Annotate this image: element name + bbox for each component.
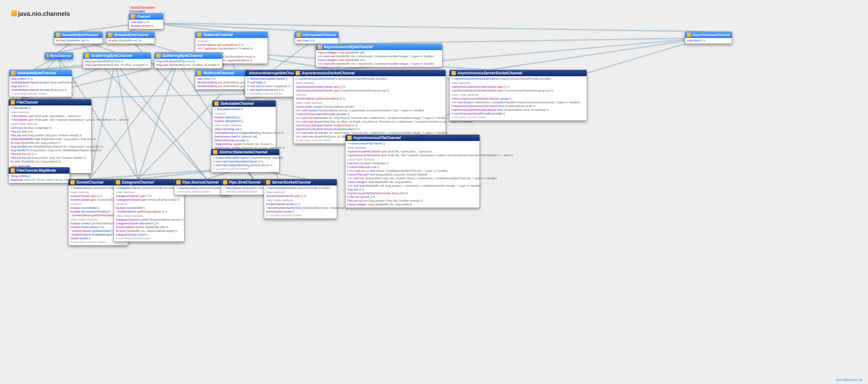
interface-icon xyxy=(131,14,135,19)
class-serversocketchannel[interactable]: ServerSocketChannel # ServerSocketChanne… xyxy=(264,179,337,219)
class-asynchronousserversocketchannel[interactable]: AsynchronousServerSocketChannel # Asynch… xyxy=(449,70,587,121)
class-selectablechannel[interactable]: SelectableChannel # SelectableChannel ()… xyxy=(212,100,276,155)
class-gatheringbytechannel[interactable]: GatheringByteChannel long write (ByteBuf… xyxy=(154,52,222,68)
class-body: # AbstractSelectableChannel (SelectorPro… xyxy=(211,155,279,172)
class-icon xyxy=(213,150,217,154)
class-interruptiblechannel[interactable]: InterruptibleChannel void close () % xyxy=(294,31,339,44)
class-bytechannel[interactable]: ByteChannel xyxy=(44,52,73,59)
interface-icon xyxy=(197,33,202,37)
class-filechannel[interactable]: FileChannel # FileChannel () Static Meth… xyxy=(8,99,92,173)
interface-icon xyxy=(108,33,113,37)
class-body: # AsynchronousSocketChannel (Asynchronou… xyxy=(294,76,445,143)
class-body: void close () % MembershipKey join (Inet… xyxy=(195,76,250,89)
package-icon xyxy=(11,10,17,16)
class-abstractselectablechannel[interactable]: AbstractSelectableChannel # AbstractSele… xyxy=(211,149,279,172)
class-title: AsynchronousSocketChannel xyxy=(302,71,355,75)
class-icon xyxy=(214,101,219,106)
class-title: AsynchronousByteChannel xyxy=(324,45,373,49)
class-title: Channel xyxy=(137,14,150,19)
class-title: SeekableByteChannel xyxy=(17,71,56,75)
class-abstractinterruptiblechannel[interactable]: AbstractInterruptibleChannel # AbstractI… xyxy=(245,70,302,97)
class-title: InterruptibleChannel xyxy=(303,33,336,37)
class-title: ByteChannel xyxy=(50,54,71,58)
class-body: int read (ByteBuffer dst) % xyxy=(54,38,102,43)
class-icon xyxy=(223,180,227,184)
class-icon xyxy=(176,180,181,184)
class-asynchronouschannel[interactable]: AsynchronousChannel void close () % xyxy=(685,31,732,44)
class-icon xyxy=(10,100,15,105)
class-writablebytechannel[interactable]: WritableByteChannel int write (ByteBuffe… xyxy=(106,31,155,44)
svg-line-3 xyxy=(145,23,316,31)
class-title: WritableByteChannel xyxy=(114,33,148,37)
class-title: SelectableChannel xyxy=(220,101,254,106)
class-body: # SelectableChannel () Accessor boolean … xyxy=(213,107,276,155)
class-icon xyxy=(266,180,271,184)
package-title: java.nio.channels xyxy=(18,10,70,18)
class-icon xyxy=(347,136,352,140)
class-body: Future<Integer> read (ByteBuffer dst) <A… xyxy=(316,50,442,67)
class-datagramchannel[interactable]: DatagramChannel # DatagramChannel (Selec… xyxy=(114,179,184,242)
interface-icon xyxy=(47,54,49,58)
class-channel[interactable]: Channel void close () % boolean isOpen (… xyxy=(129,13,163,29)
class-body: void close () % xyxy=(685,38,732,43)
class-title: SocketChannel xyxy=(76,180,103,184)
class-title: AsynchronousServerSocketChannel xyxy=(457,71,522,75)
class-title: Pipe.SourceChannel xyxy=(182,180,219,184)
class-icon xyxy=(452,71,456,75)
interface-icon xyxy=(297,33,301,37)
class-body: # FileChannel () Static Methods ! FileCh… xyxy=(9,105,91,173)
interface-icon xyxy=(156,54,161,58)
class-icon xyxy=(116,180,120,184)
svg-line-39 xyxy=(138,62,178,179)
class-title: ReadableByteChannel xyxy=(62,33,98,37)
diagram-canvas: java.nio.channels ! AutoCloseable Closea… xyxy=(0,0,868,384)
class-title: AbstractInterruptibleChannel xyxy=(249,71,300,75)
class-body: # AbstractInterruptibleChannel () #f voi… xyxy=(245,76,301,97)
class-scatteringbytechannel[interactable]: ScatteringByteChannel long read (ByteBuf… xyxy=(83,52,151,68)
svg-line-4 xyxy=(145,23,704,31)
class-body: # AsynchronousFileChannel () Static Meth… xyxy=(345,141,479,208)
class-asynchronousbytechannel[interactable]: AsynchronousByteChannel Future<Integer> … xyxy=(316,43,442,67)
class-title: AsynchronousFileChannel xyxy=(353,136,401,140)
class-title: NetworkChannel xyxy=(203,33,233,37)
class-title: AbstractSelectableChannel xyxy=(219,150,267,154)
class-title: FileChannel.MapMode xyxy=(17,168,56,173)
class-readablebytechannel[interactable]: ReadableByteChannel int read (ByteBuffer… xyxy=(54,31,103,44)
class-title: AsynchronousChannel xyxy=(692,33,730,37)
interface-icon xyxy=(56,33,60,37)
class-body: void close () % boolean isOpen () xyxy=(129,20,163,29)
class-icon xyxy=(70,180,75,184)
interface-icon xyxy=(85,54,89,58)
svg-line-19 xyxy=(489,38,704,70)
class-title: Pipe.SinkChannel xyxy=(229,180,260,184)
svg-line-17 xyxy=(341,38,704,43)
interface-icon xyxy=(318,45,322,49)
class-icon xyxy=(10,168,15,173)
class-title: MulticastChannel xyxy=(203,71,234,75)
class-body: void close () % xyxy=(295,38,338,43)
interface-icon xyxy=(197,71,202,75)
class-asynchronousfilechannel[interactable]: AsynchronousFileChannel # AsynchronousFi… xyxy=(345,134,480,208)
class-multicastchannel[interactable]: MulticastChannel void close () % Members… xyxy=(195,70,250,90)
class-asynchronoussocketchannel[interactable]: AsynchronousSocketChannel # Asynchronous… xyxy=(293,70,446,144)
class-title: ServerSocketChannel xyxy=(272,180,311,184)
interface-icon xyxy=(687,33,691,37)
class-title: FileChannel xyxy=(17,100,38,105)
interface-icon xyxy=(11,71,16,75)
class-body: # ServerSocketChannel (SelectorProvider … xyxy=(264,185,337,218)
class-title: DatagramChannel xyxy=(122,180,154,184)
svg-line-28 xyxy=(138,93,222,179)
class-title: GatheringByteChannel xyxy=(162,54,203,58)
class-body: long read (ByteBuffer[] srcs) % long rea… xyxy=(83,59,151,68)
class-body: # DatagramChannel (SelectorProvider prov… xyxy=(114,185,184,242)
class-icon xyxy=(296,71,300,75)
root-supertype-2: Closeable xyxy=(129,9,145,13)
class-body: # AsynchronousServerSocketChannel (Async… xyxy=(450,76,587,120)
class-title: ScatteringByteChannel xyxy=(91,54,132,58)
footer-link[interactable]: www.falkhausen.de xyxy=(836,378,862,382)
class-filechannel-mapmode[interactable]: FileChannel.MapMode String toString () M… xyxy=(8,167,70,183)
class-body: long write (ByteBuffer[] srcs) % long wr… xyxy=(155,59,222,68)
svg-line-41 xyxy=(115,62,207,179)
class-seekablebytechannel[interactable]: SeekableByteChannel long position () % S… xyxy=(9,70,72,97)
class-body: long position () % SeekableByteChannel p… xyxy=(9,76,72,97)
